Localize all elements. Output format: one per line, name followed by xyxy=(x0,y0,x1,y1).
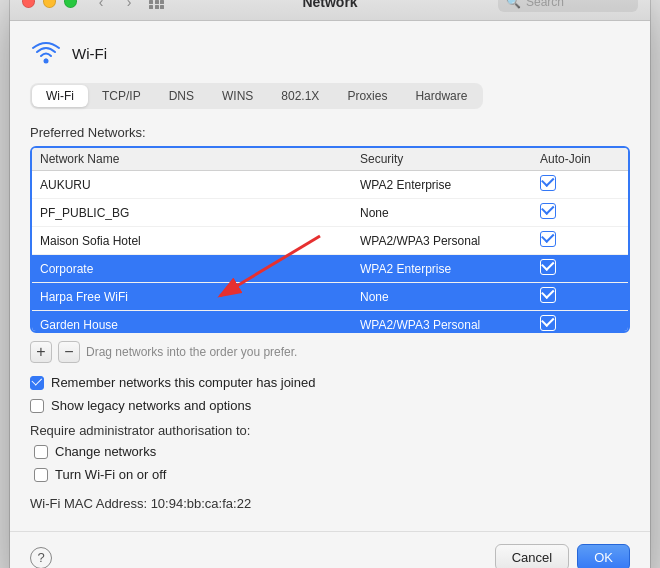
grid-dot xyxy=(155,5,159,9)
minimize-button[interactable] xyxy=(43,0,56,8)
search-icon: 🔍 xyxy=(506,0,521,9)
networks-table: Network Name Security Auto-Join AUKURU W… xyxy=(30,146,630,333)
help-button[interactable]: ? xyxy=(30,547,52,569)
nav-buttons: ‹ › xyxy=(89,0,141,13)
tabs-row: Wi-Fi TCP/IP DNS WINS 802.1X Proxies Har… xyxy=(30,83,483,109)
col-security: Security xyxy=(360,152,540,166)
checkbox-icon xyxy=(540,315,556,331)
maximize-button[interactable] xyxy=(64,0,77,8)
network-autojoin xyxy=(540,315,620,331)
network-autojoin xyxy=(540,203,620,222)
show-legacy-checkbox[interactable] xyxy=(30,399,44,413)
mac-address: Wi-Fi MAC Address: 10:94:bb:ca:fa:22 xyxy=(30,496,630,511)
turn-wifi-row: Turn Wi-Fi on or off xyxy=(34,467,630,482)
checkbox-icon xyxy=(540,259,556,275)
close-button[interactable] xyxy=(22,0,35,8)
add-network-button[interactable]: + xyxy=(30,341,52,363)
cancel-button[interactable]: Cancel xyxy=(495,544,569,568)
network-name: Maison Sofia Hotel xyxy=(40,234,360,248)
network-security: None xyxy=(360,206,540,220)
network-autojoin xyxy=(540,287,620,306)
remove-network-button[interactable]: − xyxy=(58,341,80,363)
network-name: PF_PUBLIC_BG xyxy=(40,206,360,220)
require-options: Change networks Turn Wi-Fi on or off xyxy=(34,444,630,482)
turn-wifi-label: Turn Wi-Fi on or off xyxy=(55,467,166,482)
checkbox-icon xyxy=(540,175,556,191)
wifi-label: Wi-Fi xyxy=(72,45,107,62)
require-section: Require administrator authorisation to: … xyxy=(30,423,630,482)
back-button[interactable]: ‹ xyxy=(89,0,113,13)
network-security: WPA2 Enterprise xyxy=(360,262,540,276)
forward-button[interactable]: › xyxy=(117,0,141,13)
require-label: Require administrator authorisation to: xyxy=(30,423,630,438)
network-security: WPA2/WPA3 Personal xyxy=(360,234,540,248)
tab-hardware[interactable]: Hardware xyxy=(401,85,481,107)
tab-proxies[interactable]: Proxies xyxy=(333,85,401,107)
remember-networks-checkbox[interactable] xyxy=(30,376,44,390)
change-networks-row: Change networks xyxy=(34,444,630,459)
network-security: WPA2/WPA3 Personal xyxy=(360,318,540,332)
network-security: WPA2 Enterprise xyxy=(360,178,540,192)
table-row[interactable]: Harpa Free WiFi None xyxy=(32,283,628,311)
table-controls: + − Drag networks into the order you pre… xyxy=(30,341,630,363)
remember-networks-row: Remember networks this computer has join… xyxy=(30,375,630,390)
network-name: AUKURU xyxy=(40,178,360,192)
show-legacy-label: Show legacy networks and options xyxy=(51,398,251,413)
wifi-header: Wi-Fi xyxy=(30,37,630,69)
table-row[interactable]: Maison Sofia Hotel WPA2/WPA3 Personal xyxy=(32,227,628,255)
table-body: AUKURU WPA2 Enterprise PF_PUBLIC_BG None xyxy=(32,171,628,331)
bottom-bar: ? Cancel OK xyxy=(10,531,650,568)
search-bar[interactable]: 🔍 Search xyxy=(498,0,638,12)
remember-networks-label: Remember networks this computer has join… xyxy=(51,375,315,390)
checkbox-icon xyxy=(540,287,556,303)
networks-wrapper: Network Name Security Auto-Join AUKURU W… xyxy=(30,146,630,333)
network-name: Corporate xyxy=(40,262,360,276)
drag-hint: Drag networks into the order you prefer. xyxy=(86,345,297,359)
tab-wins[interactable]: WINS xyxy=(208,85,267,107)
main-content: Wi-Fi Wi-Fi TCP/IP DNS WINS 802.1X Proxi… xyxy=(10,21,650,531)
tab-tcpip[interactable]: TCP/IP xyxy=(88,85,155,107)
change-networks-checkbox[interactable] xyxy=(34,445,48,459)
preferred-networks-label: Preferred Networks: xyxy=(30,125,630,140)
grid-dot xyxy=(160,0,164,4)
grid-dot xyxy=(149,0,153,4)
checkbox-icon xyxy=(540,231,556,247)
ok-button[interactable]: OK xyxy=(577,544,630,568)
network-name: Harpa Free WiFi xyxy=(40,290,360,304)
wifi-icon xyxy=(30,37,62,69)
grid-dot xyxy=(155,0,159,4)
search-placeholder: Search xyxy=(526,0,564,9)
table-row[interactable]: Garden House WPA2/WPA3 Personal xyxy=(32,311,628,331)
checkbox-icon xyxy=(540,203,556,219)
change-networks-label: Change networks xyxy=(55,444,156,459)
grid-dot xyxy=(160,5,164,9)
mac-address-value: 10:94:bb:ca:fa:22 xyxy=(151,496,251,511)
table-row[interactable]: PF_PUBLIC_BG None xyxy=(32,199,628,227)
action-buttons: Cancel OK xyxy=(495,544,630,568)
svg-point-0 xyxy=(44,59,49,64)
show-legacy-row: Show legacy networks and options xyxy=(30,398,630,413)
network-window: ‹ › Network 🔍 Search xyxy=(10,0,650,568)
table-row[interactable]: Corporate WPA2 Enterprise xyxy=(32,255,628,283)
mac-address-label: Wi-Fi MAC Address: xyxy=(30,496,147,511)
table-header: Network Name Security Auto-Join xyxy=(32,148,628,171)
grid-dot xyxy=(149,5,153,9)
table-row[interactable]: AUKURU WPA2 Enterprise xyxy=(32,171,628,199)
titlebar: ‹ › Network 🔍 Search xyxy=(10,0,650,21)
window-title: Network xyxy=(302,0,357,10)
network-security: None xyxy=(360,290,540,304)
col-network-name: Network Name xyxy=(40,152,360,166)
network-autojoin xyxy=(540,259,620,278)
grid-icon xyxy=(149,0,164,9)
network-autojoin xyxy=(540,231,620,250)
grid-icon-button[interactable] xyxy=(149,0,164,9)
tab-dns[interactable]: DNS xyxy=(155,85,208,107)
network-name: Garden House xyxy=(40,318,360,332)
traffic-lights xyxy=(22,0,77,8)
tab-wifi[interactable]: Wi-Fi xyxy=(32,85,88,107)
network-autojoin xyxy=(540,175,620,194)
tab-8021x[interactable]: 802.1X xyxy=(267,85,333,107)
turn-wifi-checkbox[interactable] xyxy=(34,468,48,482)
col-auto-join: Auto-Join xyxy=(540,152,620,166)
